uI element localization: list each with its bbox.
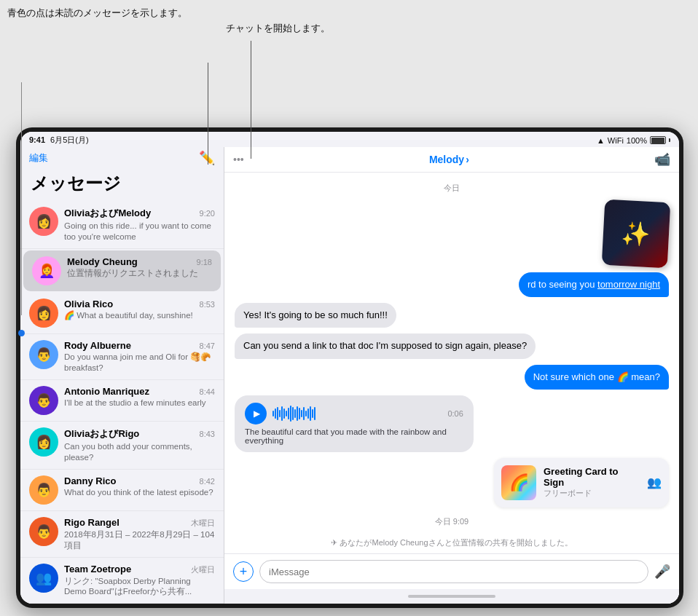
annotation-arrow-line	[251, 41, 251, 159]
conversation-item[interactable]: 👩 Olivia Rico 8:53 🌈 What a beautiful da…	[20, 293, 224, 334]
conv-time: 8:43	[200, 430, 215, 438]
message-text: Yes! It's going to be so much fun!!!	[243, 309, 388, 320]
waveform-bar	[297, 406, 298, 421]
add-button[interactable]: +	[233, 561, 254, 582]
waveform-bar	[305, 411, 307, 416]
message-text: rd to seeing you tomorrow night	[528, 279, 660, 290]
play-button[interactable]: ▶	[245, 403, 267, 425]
conv-body: Olivia Rico 8:53 🌈 What a beautiful day,…	[64, 299, 215, 321]
waveform-bar	[310, 406, 311, 421]
conv-body: OliviaおよびMelody 9:20 Going on this ride.…	[64, 207, 215, 242]
image-emoji: ✨	[621, 219, 651, 248]
message-input[interactable]	[259, 560, 648, 583]
group-icon: 👥	[647, 475, 662, 489]
battery-label: 100%	[627, 136, 647, 145]
waveform-bar	[292, 407, 294, 420]
waveform-bar	[286, 411, 287, 416]
conversation-item[interactable]: 👨 Rigo Rangel 木曜日 2018年8月31日 – 2022年8月29…	[20, 511, 224, 558]
conversation-item[interactable]: 👨 Danny Rico 8:42 What do you think of t…	[20, 470, 224, 511]
conversation-item[interactable]: 👥 Team Zoetrope 火曜日 リンク: "Soapbox Derby …	[20, 558, 224, 604]
waveform-bar	[288, 408, 289, 419]
waveform-bar	[299, 408, 300, 419]
message-row: Not sure which one 🌈 mean?	[235, 365, 669, 390]
chevron-icon: ›	[466, 154, 469, 165]
waveform-bar	[314, 407, 315, 420]
annotation-left-line	[21, 82, 22, 315]
avatar: 👥	[29, 564, 58, 593]
signal-icon: WiFi	[608, 136, 624, 145]
audio-message: ▶	[235, 395, 474, 452]
ipad-screen: 9:41 6月5日(月) ▲ WiFi 100% 編集 ✏️ メ	[20, 132, 679, 604]
audio-caption: The beautiful card that you made with th…	[245, 427, 463, 445]
conv-preview: Going on this ride... if you want to com…	[64, 221, 215, 242]
conv-top: Olivia Rico 8:53	[64, 299, 215, 309]
conv-preview: 🌈 What a beautiful day, sunshine!	[64, 310, 215, 321]
conv-preview: 位置情報がリクエストされました	[67, 268, 212, 279]
conv-name: Team Zoetrope	[64, 564, 131, 574]
conversation-item[interactable]: 👩‍🦰 Melody Cheung 9:18 位置情報がリクエストされました	[23, 250, 221, 291]
waveform-bar	[301, 410, 302, 417]
conv-name: Danny Rico	[64, 475, 117, 486]
date-label-2: 今日 9:09	[235, 516, 669, 527]
sidebar-title: メッセージ	[20, 170, 224, 201]
conversation-item[interactable]: 👨 Antonio Manriquez 8:44 I'll be at the …	[20, 380, 224, 422]
video-call-button[interactable]: 📹	[654, 151, 670, 167]
sidebar: 編集 ✏️ メッセージ 👩 OliviaおよびMelody 9:20 Goin	[20, 147, 224, 604]
message-text: Can you send a link to that doc I'm supp…	[243, 340, 527, 351]
conv-preview: Do you wanna join me and Oli for 🥞🥐 brea…	[64, 352, 215, 374]
card-title: Greeting Card to Sign	[544, 466, 640, 488]
conv-time: 8:44	[200, 387, 215, 396]
chat-messages: 今日 ✨ rd to seeing you tomorrow night	[224, 173, 679, 553]
more-options[interactable]: •••	[233, 154, 244, 165]
card-subtitle: フリーボード	[544, 488, 640, 499]
avatar: 👩	[29, 207, 58, 236]
mic-button[interactable]: 🎤	[654, 564, 670, 580]
conv-name: Rody Albuerne	[64, 340, 131, 351]
battery-tip	[669, 138, 670, 142]
home-indicator	[224, 589, 679, 604]
avatar: 👨	[29, 340, 58, 369]
conv-time: 8:42	[200, 477, 215, 486]
conv-top: Antonio Manriquez 8:44	[64, 386, 215, 397]
avatar: 👨	[29, 517, 58, 546]
audio-duration: 0:06	[447, 409, 463, 418]
unread-dot-indicator	[18, 330, 25, 336]
waveform-bar	[277, 407, 278, 420]
message-row: ✨	[235, 201, 669, 266]
conv-preview: Can you both add your comments, please?	[64, 441, 215, 463]
waveform-bar	[312, 409, 313, 418]
message-row: Can you send a link to that doc I'm supp…	[235, 333, 669, 358]
conv-preview: I'll be at the studio a few minutes earl…	[64, 398, 215, 408]
conv-time: 8:47	[200, 341, 215, 350]
avatar: 👨	[29, 386, 58, 415]
card-thumbnail: 🌈	[501, 465, 536, 500]
annotation-line	[208, 63, 208, 165]
image-message: ✨	[602, 200, 671, 269]
conv-name: OliviaおよびMelody	[64, 207, 151, 220]
conv-body: Team Zoetrope 火曜日 リンク: "Soapbox Derby Pl…	[64, 564, 215, 598]
card-info: Greeting Card to Sign フリーボード	[544, 466, 640, 499]
wifi-icon: ▲	[597, 136, 605, 145]
system-message: ✈ あなたがMelody Cheungさんと位置情報の共有を開始しました。	[235, 537, 669, 548]
conv-preview: リンク: "Soapbox Derby Planning Demo Board"…	[64, 576, 215, 598]
recipient-name: Melody	[429, 154, 464, 165]
conversation-item[interactable]: 👩 OliviaおよびRigo 8:43 Can you both add yo…	[20, 422, 224, 470]
audio-controls: ▶	[245, 403, 463, 425]
message-text: Not sure which one 🌈 mean?	[533, 371, 660, 382]
annotation-note-1: 青色の点は未読のメッセージを示します。	[7, 6, 187, 20]
conv-body: Melody Cheung 9:18 位置情報がリクエストされました	[67, 256, 212, 279]
waveform-bar	[290, 406, 291, 422]
message-bubble: Can you send a link to that doc I'm supp…	[235, 333, 536, 358]
conv-time: 火曜日	[191, 564, 215, 575]
avatar: 👩	[29, 299, 58, 328]
conv-time: 9:18	[197, 258, 212, 266]
chat-recipient[interactable]: Melody ›	[429, 154, 469, 165]
annotation-note-2: チャットを開始します。	[226, 22, 330, 35]
chat-header: ••• Melody › 📹	[224, 147, 679, 173]
conversation-item[interactable]: 👩 OliviaおよびMelody 9:20 Going on this rid…	[20, 201, 224, 249]
conversation-item[interactable]: 👨 Rody Albuerne 8:47 Do you wanna join m…	[20, 334, 224, 380]
conv-time: 9:20	[200, 209, 215, 218]
waveform-bar	[303, 407, 305, 420]
avatar: 👩	[29, 427, 58, 457]
message-bubble: Not sure which one 🌈 mean?	[525, 365, 669, 390]
